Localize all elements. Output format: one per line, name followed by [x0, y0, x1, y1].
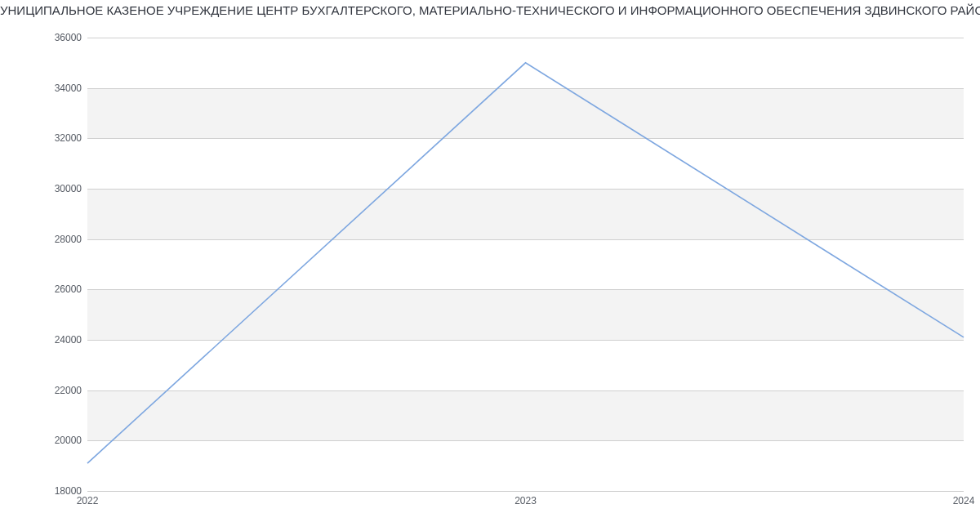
- chart-title: УНИЦИПАЛЬНОЕ КАЗЕНОЕ УЧРЕЖДЕНИЕ ЦЕНТР БУ…: [0, 3, 980, 17]
- y-tick-label: 28000: [33, 234, 82, 245]
- plot-area: [87, 38, 964, 491]
- y-tick-label: 30000: [33, 183, 82, 194]
- line-series: [87, 38, 964, 491]
- chart-container: УНИЦИПАЛЬНОЕ КАЗЕНОЕ УЧРЕЖДЕНИЕ ЦЕНТР БУ…: [0, 0, 980, 531]
- y-tick-label: 34000: [33, 83, 82, 94]
- y-tick-label: 26000: [33, 283, 82, 295]
- y-tick-label: 20000: [33, 435, 82, 446]
- y-tick-label: 22000: [33, 385, 82, 396]
- x-tick-label: 2023: [514, 495, 537, 506]
- x-tick-label: 2022: [77, 495, 99, 506]
- grid-line: [87, 491, 964, 492]
- y-tick-label: 36000: [33, 32, 82, 43]
- y-tick-label: 18000: [33, 485, 82, 497]
- y-tick-label: 32000: [33, 132, 82, 144]
- y-tick-label: 24000: [33, 334, 82, 346]
- x-tick-label: 2024: [953, 495, 975, 506]
